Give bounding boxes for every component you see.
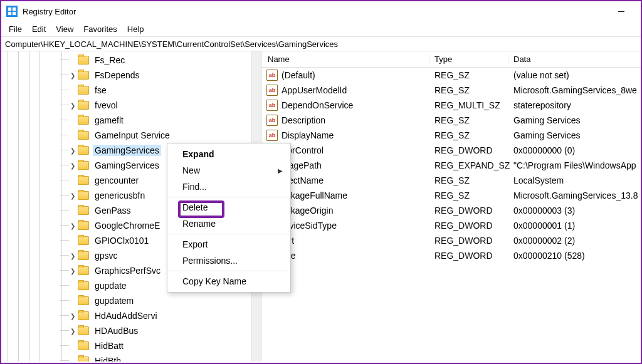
chevron-icon[interactable]: ❯ bbox=[69, 147, 76, 154]
list-row[interactable]: ypeREG_DWORD0x00000210 (528) bbox=[261, 248, 641, 263]
folder-icon bbox=[78, 251, 89, 260]
col-data[interactable]: Data bbox=[508, 55, 641, 64]
chevron-right-icon: ▶ bbox=[278, 167, 283, 174]
list-row[interactable]: abDisplayNameREG_SZGaming Services bbox=[261, 128, 641, 143]
chevron-icon[interactable]: ❯ bbox=[69, 222, 76, 229]
value-type: REG_SZ bbox=[429, 130, 508, 140]
tree-item[interactable]: fse bbox=[1, 83, 261, 98]
tree-item[interactable]: HidBatt bbox=[1, 338, 261, 353]
menu-help[interactable]: Help bbox=[122, 23, 149, 35]
value-str-icon: ab bbox=[266, 130, 278, 141]
folder-icon bbox=[78, 86, 89, 95]
list-row[interactable]: abDescriptionREG_SZGaming Services bbox=[261, 113, 641, 128]
value-data: 0x00000002 (2) bbox=[508, 236, 641, 246]
svg-rect-3 bbox=[13, 12, 16, 15]
tree-item[interactable]: ❯FsDepends bbox=[1, 68, 261, 83]
chevron-icon[interactable]: ❯ bbox=[69, 72, 76, 79]
chevron-icon[interactable]: ❯ bbox=[69, 102, 76, 109]
list-row[interactable]: ackageFullNameREG_SZMicrosoft.GamingServ… bbox=[261, 188, 641, 203]
value-data: "C:\Program Files\WindowsApp bbox=[508, 160, 641, 170]
titlebar: Registry Editor ─ bbox=[1, 1, 641, 21]
tree-item[interactable]: ❯HDAudBus bbox=[1, 323, 261, 338]
list-row[interactable]: tartREG_DWORD0x00000002 (2) bbox=[261, 233, 641, 248]
list-row[interactable]: abAppUserModelIdREG_SZMicrosoft.GamingSe… bbox=[261, 83, 641, 98]
list-row[interactable]: erviceSidTypeREG_DWORD0x00000001 (1) bbox=[261, 218, 641, 233]
ctx-new[interactable]: New▶ bbox=[167, 162, 290, 179]
folder-icon bbox=[78, 281, 89, 290]
context-menu: Expand New▶ Find... Delete Rename Export… bbox=[167, 143, 291, 293]
tree-label: GenPass bbox=[93, 205, 133, 216]
tree-label: genericusbfn bbox=[93, 190, 147, 201]
value-type: REG_SZ bbox=[429, 175, 508, 185]
tree-label: HidBth bbox=[93, 355, 123, 361]
value-type: REG_SZ bbox=[429, 115, 508, 125]
list-row[interactable]: ackageOriginREG_DWORD0x00000003 (3) bbox=[261, 203, 641, 218]
folder-icon bbox=[78, 236, 89, 245]
value-data: 0x00000000 (0) bbox=[508, 145, 641, 155]
ctx-copy-key[interactable]: Copy Key Name bbox=[167, 273, 290, 289]
value-str-icon: ab bbox=[266, 70, 278, 81]
tree-label: GraphicsPerfSvc bbox=[93, 265, 162, 276]
list-row[interactable]: magePathREG_EXPAND_SZ"C:\Program Files\W… bbox=[261, 158, 641, 173]
value-data: (value not set) bbox=[508, 70, 641, 80]
app-icon bbox=[6, 6, 18, 17]
menu-edit[interactable]: Edit bbox=[27, 23, 51, 35]
chevron-icon[interactable]: ❯ bbox=[69, 313, 76, 320]
list-header: Name Type Data bbox=[261, 51, 641, 68]
ctx-expand[interactable]: Expand bbox=[167, 146, 290, 162]
value-name: (Default) bbox=[282, 70, 315, 80]
list-row[interactable]: bjectNameREG_SZLocalSystem bbox=[261, 173, 641, 188]
tree-item[interactable]: ❯HdAudAddServi bbox=[1, 308, 261, 323]
chevron-icon[interactable]: ❯ bbox=[69, 252, 76, 259]
tree-item[interactable]: ❯fvevol bbox=[1, 98, 261, 113]
value-type: REG_SZ bbox=[429, 85, 508, 95]
folder-icon bbox=[78, 191, 89, 200]
menu-favorites[interactable]: Favorites bbox=[78, 23, 122, 35]
menu-view[interactable]: View bbox=[51, 23, 78, 35]
tree-label: gameflt bbox=[93, 115, 125, 126]
address-path: Computer\HKEY_LOCAL_MACHINE\SYSTEM\Curre… bbox=[5, 39, 338, 49]
tree-label: FsDepends bbox=[93, 70, 142, 81]
chevron-icon[interactable]: ❯ bbox=[69, 268, 76, 274]
tree-label: fvevol bbox=[93, 100, 120, 111]
tree-label: GPIOClx0101 bbox=[93, 235, 150, 246]
tree-item[interactable]: HidBth bbox=[1, 353, 261, 361]
tree-label: gencounter bbox=[93, 175, 140, 186]
value-data: 0x00000001 (1) bbox=[508, 221, 641, 231]
address-bar[interactable]: Computer\HKEY_LOCAL_MACHINE\SYSTEM\Curre… bbox=[1, 36, 641, 51]
tree-item[interactable]: Fs_Rec bbox=[1, 53, 261, 68]
tree-item[interactable]: gupdatem bbox=[1, 293, 261, 308]
folder-icon bbox=[78, 341, 89, 350]
menu-file[interactable]: File bbox=[4, 23, 27, 35]
ctx-delete[interactable]: Delete bbox=[167, 199, 290, 216]
ctx-rename[interactable]: Rename bbox=[167, 216, 290, 232]
value-str-icon: ab bbox=[266, 115, 278, 126]
chevron-icon[interactable]: ❯ bbox=[69, 328, 76, 335]
ctx-find[interactable]: Find... bbox=[167, 179, 290, 195]
ctx-separator bbox=[168, 271, 290, 271]
value-name: DependOnService bbox=[282, 100, 353, 110]
ctx-permissions[interactable]: Permissions... bbox=[167, 252, 290, 269]
folder-icon bbox=[78, 296, 89, 305]
tree-label: GameInput Service bbox=[93, 130, 172, 141]
ctx-export[interactable]: Export bbox=[167, 236, 290, 252]
value-data: 0x00000210 (528) bbox=[508, 251, 641, 261]
folder-icon bbox=[78, 161, 89, 170]
folder-icon bbox=[78, 176, 89, 185]
tree-item[interactable]: gameflt bbox=[1, 113, 261, 128]
tree-label: gpsvc bbox=[93, 250, 120, 261]
col-type[interactable]: Type bbox=[429, 55, 508, 64]
chevron-icon[interactable]: ❯ bbox=[69, 162, 76, 169]
minimize-button[interactable]: ─ bbox=[607, 1, 636, 21]
col-name[interactable]: Name bbox=[261, 55, 429, 64]
value-type: REG_DWORD bbox=[429, 145, 508, 155]
list-panel[interactable]: Name Type Data ab(Default)REG_SZ(value n… bbox=[261, 51, 641, 361]
tree-label: fse bbox=[93, 85, 108, 96]
chevron-icon[interactable]: ❯ bbox=[69, 192, 76, 199]
list-row[interactable]: ab(Default)REG_SZ(value not set) bbox=[261, 68, 641, 83]
list-row[interactable]: 011rrorControlREG_DWORD0x00000000 (0) bbox=[261, 143, 641, 158]
tree-item[interactable]: GameInput Service bbox=[1, 128, 261, 143]
value-type: REG_MULTI_SZ bbox=[429, 100, 508, 110]
list-row[interactable]: abDependOnServiceREG_MULTI_SZstatereposi… bbox=[261, 98, 641, 113]
value-data: 0x00000003 (3) bbox=[508, 205, 641, 216]
